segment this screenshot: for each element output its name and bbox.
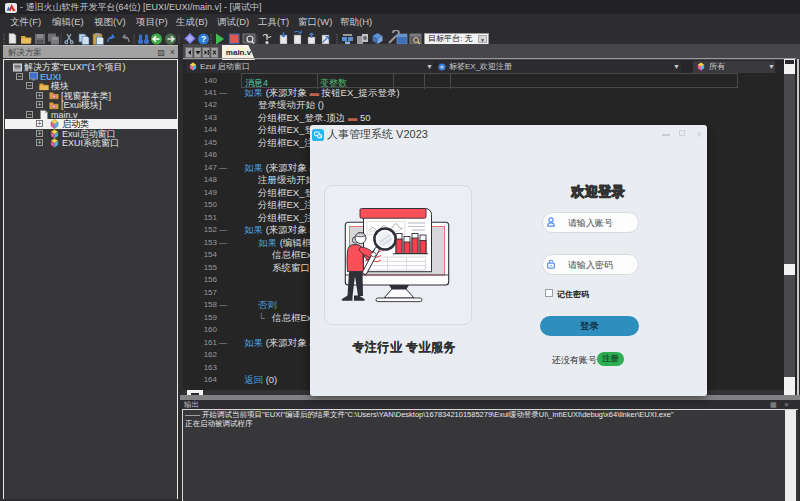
svg-text:?: ?: [201, 34, 206, 44]
svg-text:B: B: [320, 134, 322, 138]
